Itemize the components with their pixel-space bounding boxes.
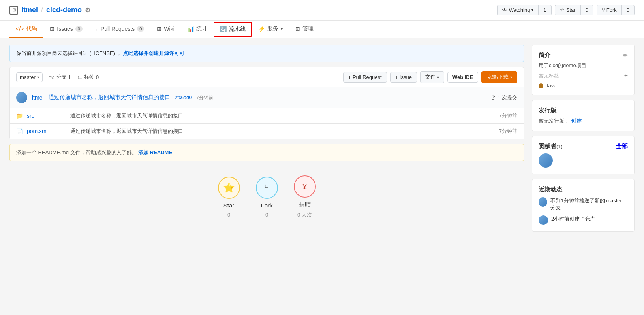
- license-notice-text: 你当前开源项目尚未选择许可证 (LICENSE) ，: [16, 50, 122, 56]
- services-icon: ⚡: [258, 26, 265, 32]
- tab-pipeline[interactable]: 🔄 流水线: [214, 22, 252, 37]
- wiki-icon: ⊞: [157, 26, 161, 32]
- main-content: 你当前开源项目尚未选择许可证 (LICENSE) ， 点此选择并创建开源许可可 …: [0, 38, 644, 306]
- manage-icon: ⊡: [295, 26, 300, 32]
- contributors-count: (1): [556, 143, 563, 149]
- file-row: 📁 src 通过传递城市名称，返回城市天气详情信息的接口 7分钟前: [10, 108, 524, 124]
- stats-row: ⭐ Star 0 ⑂ Fork 0 ¥ 捐赠 0 人次: [9, 166, 524, 228]
- activity-item-0: 不到1分钟前推送了新的 master 分支: [539, 197, 628, 211]
- activity-avatar-1: [539, 215, 548, 225]
- tab-pipeline-label: 流水线: [229, 26, 246, 33]
- repo-icon: ⊡: [9, 6, 18, 15]
- intro-title-text: 简介: [539, 51, 550, 59]
- star-stat-label: Star: [223, 202, 235, 209]
- fork-button[interactable]: ⑂ Fork: [597, 5, 621, 15]
- file-name-src[interactable]: src: [27, 113, 66, 119]
- activity-item-1: 2小时前创建了仓库: [539, 215, 628, 225]
- repo-meta-header: master ▾ ⌥ 分支 1 🏷 标签 0 + Pull Request + …: [10, 67, 524, 87]
- tab-services[interactable]: ⚡ 服务 ▾: [252, 21, 289, 38]
- tag-icon: 🏷: [77, 74, 83, 80]
- file-button[interactable]: 文件 ▾: [420, 71, 444, 83]
- sidebar-intro-title: 简介 ✏: [539, 51, 628, 59]
- folder-icon: 📁: [16, 113, 23, 119]
- repo-title: ⊡ itmei / cicd-demo ⚙: [9, 6, 90, 15]
- star-stat-count: 0: [227, 212, 230, 218]
- star-count[interactable]: 0: [580, 5, 593, 15]
- star-button[interactable]: ☆ Star: [555, 5, 580, 15]
- branch-selector[interactable]: master ▾: [16, 72, 43, 82]
- chevron-down-services-icon: ▾: [281, 27, 283, 31]
- webide-button[interactable]: Web IDE: [447, 72, 479, 83]
- sidebar-releases-title: 发行版: [539, 107, 628, 114]
- contributors-all-link[interactable]: 全部: [616, 143, 628, 150]
- tags-info: 🏷 标签 0: [77, 74, 99, 81]
- sidebar-contributors-title: 贡献者 (1) 全部: [539, 143, 628, 150]
- file-icon: 📄: [16, 128, 23, 134]
- file-list: 📁 src 通过传递城市名称，返回城市天气详情信息的接口 7分钟前 📄 pom.…: [10, 108, 524, 139]
- sidebar-activity: 近期动态 不到1分钟前推送了新的 master 分支 2小时前创建了仓库: [532, 179, 635, 232]
- activity-title-text: 近期动态: [539, 186, 562, 193]
- tab-stats[interactable]: 📊 统计: [181, 21, 214, 38]
- readme-notice: 添加一个 README.md 文件，帮助感兴趣的人了解。 添加 README: [9, 144, 524, 161]
- repo-owner[interactable]: itmei: [21, 6, 38, 14]
- contributors-title-text: 贡献者: [539, 143, 556, 150]
- contributor-avatar[interactable]: [539, 153, 553, 168]
- tags-placeholder-text: 暂无标签: [539, 72, 559, 79]
- code-icon: </>: [16, 26, 24, 32]
- branches-label: 分支: [56, 74, 67, 81]
- tab-manage[interactable]: ⊡ 管理: [289, 21, 320, 38]
- fork-group: ⑂ Fork 0: [597, 5, 635, 15]
- sidebar-contributors: 贡献者 (1) 全部: [532, 136, 635, 174]
- watching-button[interactable]: 👁 Watching ▾: [497, 5, 539, 15]
- add-readme-link[interactable]: 添加 README: [138, 149, 172, 155]
- issue-button[interactable]: + Issue: [390, 72, 417, 83]
- pull-requests-badge: 0: [137, 26, 144, 32]
- issues-badge: 0: [75, 26, 83, 32]
- donate-stat-label: 捐赠: [299, 201, 311, 208]
- license-notice-link[interactable]: 点此选择并创建开源许可可: [123, 50, 184, 56]
- repo-actions: 👁 Watching ▾ 1 ☆ Star 0 ⑂ Fork 0: [494, 5, 635, 15]
- commit-count[interactable]: ⏱ 1 次提交: [491, 94, 517, 101]
- star-label: Star: [566, 7, 576, 13]
- pull-request-button[interactable]: + Pull Request: [343, 72, 387, 83]
- fork-stat-count: 0: [265, 212, 268, 218]
- commit-author[interactable]: itmei: [32, 94, 44, 101]
- sidebar-releases: 发行版 暂无发行版， 创建: [532, 100, 635, 131]
- watching-label: Watching: [509, 7, 530, 13]
- file-time-src: 7分钟前: [499, 112, 517, 119]
- eye-icon: 👁: [502, 7, 507, 13]
- settings-icon[interactable]: ⚙: [85, 6, 90, 14]
- tags-count: 0: [96, 74, 99, 80]
- chevron-down-clone-icon: ▾: [510, 75, 512, 79]
- tab-wiki[interactable]: ⊞ Wiki: [150, 21, 180, 38]
- stat-donate[interactable]: ¥ 捐赠 0 人次: [294, 175, 316, 219]
- create-release-link[interactable]: 创建: [571, 117, 582, 124]
- repo-name[interactable]: cicd-demo: [46, 6, 82, 14]
- releases-content: 暂无发行版， 创建: [539, 117, 628, 124]
- star-icon: ☆: [560, 7, 565, 13]
- history-icon: ⏱: [491, 95, 496, 101]
- file-commit-msg-pom: 通过传递城市名称，返回城市天气详情信息的接口: [70, 128, 495, 135]
- stat-fork[interactable]: ⑂ Fork 0: [256, 177, 278, 218]
- sidebar-intro-desc: 用于cicd的demo项目: [539, 62, 628, 69]
- file-label: 文件: [425, 74, 436, 81]
- watching-count[interactable]: 1: [538, 5, 551, 15]
- clone-button[interactable]: 克隆/下载 ▾: [481, 71, 517, 83]
- file-name-pom[interactable]: pom.xml: [27, 128, 66, 134]
- commit-author-avatar: [16, 92, 27, 103]
- commit-hash[interactable]: 2fc6ad0: [175, 95, 192, 100]
- stat-star[interactable]: ⭐ Star 0: [218, 177, 240, 218]
- tab-pull-requests[interactable]: ⑂ Pull Requests 0: [89, 21, 151, 38]
- file-commit-msg-src: 通过传递城市名称，返回城市天气详情信息的接口: [70, 112, 495, 119]
- tags-label: 标签: [84, 74, 94, 81]
- add-tag-icon[interactable]: +: [624, 72, 628, 79]
- fork-stat-icon: ⑂: [256, 177, 278, 199]
- commit-message[interactable]: 通过传递城市名称，返回城市天气详情信息的接口: [49, 94, 170, 101]
- donate-stat-icon: ¥: [294, 175, 316, 198]
- tab-issues[interactable]: ⊡ Issues 0: [43, 21, 89, 38]
- tab-code[interactable]: </> 代码: [9, 21, 43, 38]
- sidebar: 简介 ✏ 用于cicd的demo项目 暂无标签 + Java 发行版 暂无发行版…: [532, 45, 635, 300]
- edit-intro-icon[interactable]: ✏: [623, 52, 628, 58]
- chevron-down-icon: ▾: [531, 8, 533, 12]
- fork-count[interactable]: 0: [621, 5, 635, 15]
